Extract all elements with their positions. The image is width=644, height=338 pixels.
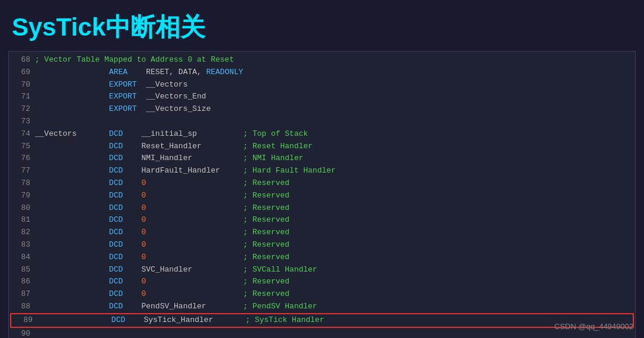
line-78-indent [35,177,109,190]
line-num-83: 83 [14,239,30,251]
line-87-kw: DCD [109,288,123,301]
line-num-80: 80 [14,202,30,215]
line-85-args: SVC_Handler [123,264,243,276]
line-89-kw: DCD [111,314,125,327]
line-82-zero: 0 [141,227,146,239]
line-81-indent [35,214,109,227]
line-87-sp [123,288,141,301]
line-num-72: 72 [14,103,30,116]
line-84-indent [35,251,109,264]
code-line-80: 80 DCD 0 ; Reserved [9,202,635,215]
line-78-comment: ; Reserved [243,177,289,190]
line-83-comment: ; Reserved [243,239,289,251]
line-84-sp2 [146,251,243,264]
code-line-87: 87 DCD 0 ; Reserved [9,288,635,301]
line-75-args: Reset_Handler [123,141,243,153]
line-80-sp2 [146,202,243,215]
line-80-zero: 0 [141,202,146,215]
line-90-content [35,328,40,338]
line-80-kw: DCD [109,202,123,215]
line-num-78: 78 [14,177,30,190]
line-80-comment: ; Reserved [243,202,289,215]
line-86-comment: ; Reserved [243,276,289,288]
code-line-69: 69 AREA RESET, DATA, READONLY [9,66,635,79]
line-num-84: 84 [14,251,30,264]
code-line-81: 81 DCD 0 ; Reserved [9,214,635,227]
line-num-85: 85 [14,264,30,276]
line-84-zero: 0 [141,251,146,264]
line-num-74: 74 [14,128,30,141]
line-74-kw: DCD [109,128,123,141]
line-86-indent [35,276,109,288]
line-71-indent [35,91,109,103]
line-72-args: __Vectors_Size [137,103,211,116]
line-72-kw: EXPORT [109,103,137,116]
line-num-90: 90 [14,328,30,338]
line-81-sp [123,214,141,227]
code-line-75: 75 DCD Reset_Handler ; Reset Handler [9,141,635,153]
line-num-76: 76 [14,152,30,165]
line-79-sp2 [146,190,243,202]
line-88-kw: DCD [109,301,123,313]
code-line-72: 72 EXPORT __Vectors_Size [9,103,635,116]
code-line-83: 83 DCD 0 ; Reserved [9,239,635,251]
line-88-comment: ; PendSV Handler [243,301,317,313]
code-line-90: 90 [9,328,635,338]
code-line-71: 71 EXPORT __Vectors_End [9,91,635,103]
line-num-89: 89 [16,314,33,327]
line-87-zero: 0 [141,288,146,301]
line-76-comment: ; NMI Handler [243,152,303,165]
page-container: SysTick中断相关 68 ; Vector Table Mapped to … [0,0,644,338]
line-81-zero: 0 [141,214,146,227]
line-num-69: 69 [14,66,30,79]
line-75-indent [35,141,109,153]
line-78-kw: DCD [109,177,123,190]
line-num-81: 81 [14,214,30,227]
line-num-70: 70 [14,79,30,91]
line-78-sp2 [146,177,243,190]
code-line-88: 88 DCD PendSV_Handler ; PendSV Handler [9,301,635,313]
code-line-84: 84 DCD 0 ; Reserved [9,251,635,264]
line-82-kw: DCD [109,227,123,239]
line-80-sp [123,202,141,215]
line-74-sp1 [76,128,109,141]
line-83-zero: 0 [141,239,146,251]
line-79-indent [35,190,109,202]
line-84-sp [123,251,141,264]
line-85-comment: ; SVCall Handler [243,264,317,276]
line-num-79: 79 [14,190,30,202]
line-71-args: __Vectors_End [137,91,206,103]
line-80-indent [35,202,109,215]
line-76-indent [35,152,109,165]
line-76-args: NMI_Handler [123,152,243,165]
line-num-77: 77 [14,165,30,177]
code-line-73: 73 [9,116,635,128]
code-line-85: 85 DCD SVC_Handler ; SVCall Handler [9,264,635,276]
line-69-indent [35,66,109,79]
line-77-comment: ; Hard Fault Handler [243,165,336,177]
line-num-73: 73 [14,116,30,128]
line-86-kw: DCD [109,276,123,288]
line-77-indent [35,165,109,177]
line-81-sp2 [146,214,243,227]
line-89-comment: ; SysTick Handler [246,314,324,327]
code-container: 68 ; Vector Table Mapped to Address 0 at… [8,51,636,338]
line-83-indent [35,239,109,251]
line-83-sp [123,239,141,251]
line-69-kw: AREA [109,66,127,79]
line-70-args: __Vectors [137,79,188,91]
page-title: SysTick中断相关 [0,0,644,51]
code-line-68: 68 ; Vector Table Mapped to Address 0 at… [9,54,635,66]
line-82-sp2 [146,227,243,239]
line-75-kw: DCD [109,141,123,153]
line-82-comment: ; Reserved [243,227,289,239]
line-70-kw: EXPORT [109,79,137,91]
line-79-zero: 0 [141,190,146,202]
line-79-sp [123,190,141,202]
line-74-label: __Vectors [35,128,76,141]
line-74-comment: ; Top of Stack [243,128,308,141]
line-86-sp2 [146,276,243,288]
line-85-indent [35,264,109,276]
line-87-sp2 [146,288,243,301]
line-75-comment: ; Reset Handler [243,141,313,153]
